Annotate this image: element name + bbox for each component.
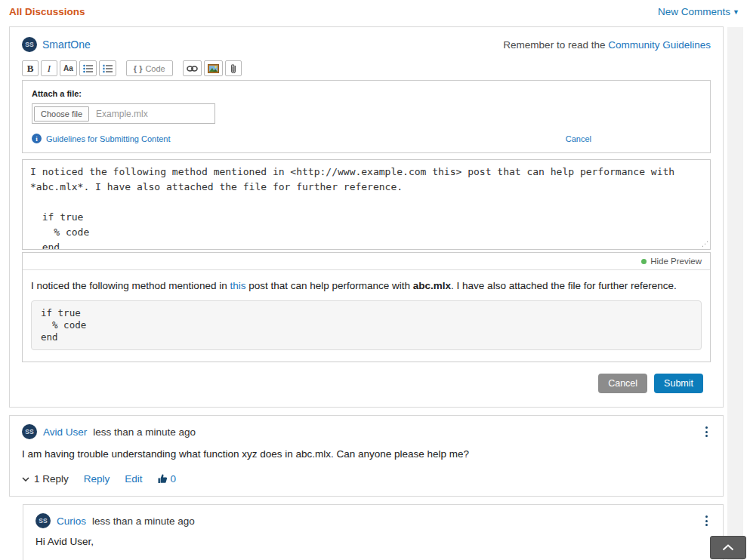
paperclip-icon	[230, 63, 237, 74]
avatar: SS	[35, 513, 51, 528]
comment-footer: 1 Reply Reply Edit 0	[22, 473, 711, 485]
attach-file-button[interactable]	[225, 60, 242, 76]
reply-author-link[interactable]: Curios	[57, 515, 86, 527]
editor-actions: Cancel Submit	[22, 374, 703, 393]
preview-code-block: if true % code end	[31, 300, 702, 350]
info-icon: i	[32, 134, 42, 143]
editor-textarea-wrap: I noticed the following method mentioned…	[22, 159, 711, 250]
formatting-toolbar: B I Aa { }Code	[22, 60, 711, 76]
scrollbar-track[interactable]	[727, 27, 743, 560]
reminder-text: Remember to read the	[503, 39, 608, 51]
preview-paragraph: I noticed the following method mentioned…	[31, 280, 702, 291]
comment-header: SS Avid User less than a minute ago	[22, 424, 711, 439]
chevron-down-icon	[22, 477, 29, 482]
numbered-list-button[interactable]	[99, 60, 116, 76]
submitting-content-guidelines-link[interactable]: Guidelines for Submitting Content	[46, 134, 170, 143]
link-icon	[187, 65, 198, 72]
reply-card: SS Curios less than a minute ago Hi Avid…	[23, 504, 724, 560]
code-braces: { }	[134, 64, 143, 73]
replies-toggle[interactable]: 1 Reply	[22, 473, 69, 485]
italic-button[interactable]: I	[41, 60, 57, 76]
author-name-link[interactable]: SmartOne	[42, 38, 91, 51]
topbar: All Discussions New Comments▼	[0, 0, 750, 22]
bold-button[interactable]: B	[22, 60, 39, 76]
font-style-button[interactable]: Aa	[60, 60, 77, 76]
comment-card: SS Avid User less than a minute ago I am…	[9, 415, 724, 497]
like-button[interactable]: 0	[158, 473, 177, 485]
preview-text: . I have also attached the file for furt…	[451, 280, 677, 291]
preview-body: I noticed the following method mentioned…	[23, 270, 710, 362]
preview-panel: Hide Preview I noticed the following met…	[22, 252, 711, 362]
file-input[interactable]: Choose file Example.mlx	[32, 103, 215, 124]
page-title: All Discussions	[9, 6, 85, 17]
attach-panel-footer: i Guidelines for Submitting Content Canc…	[32, 134, 701, 143]
reply-header: SS Curios less than a minute ago	[35, 513, 711, 528]
editor-author: SS SmartOne	[22, 37, 91, 52]
code-button[interactable]: { }Code	[126, 60, 173, 76]
chevron-up-icon	[722, 544, 734, 551]
comment-author-link[interactable]: Avid User	[43, 426, 87, 438]
scroll-to-top-button[interactable]	[710, 536, 746, 559]
image-icon	[208, 64, 219, 73]
avatar: SS	[22, 424, 37, 439]
avatar: SS	[22, 37, 37, 52]
code-label: Code	[145, 64, 165, 73]
sort-label: New Comments	[658, 6, 730, 17]
image-button[interactable]	[204, 60, 223, 76]
bulleted-list-button[interactable]	[79, 60, 97, 76]
hide-preview-toggle[interactable]: Hide Preview	[650, 257, 702, 266]
resize-handle-icon[interactable]: ⋰	[702, 241, 708, 248]
comment-body: I am having trouble understanding what f…	[22, 448, 711, 460]
attach-file-label: Attach a file:	[32, 89, 701, 98]
guidelines-reminder: Remember to read the Community Guideline…	[503, 39, 711, 51]
reply-timestamp: less than a minute ago	[92, 515, 195, 527]
submit-button[interactable]: Submit	[654, 374, 703, 393]
editor-header: SS SmartOne Remember to read the Communi…	[22, 37, 711, 52]
new-comments-sort-dropdown[interactable]: New Comments▼	[658, 6, 739, 17]
preview-text: post that can help performance with	[245, 280, 412, 291]
comment-options-menu[interactable]	[702, 425, 711, 438]
community-guidelines-link[interactable]: Community Guidelines	[608, 39, 711, 51]
thumbs-up-icon	[158, 474, 168, 484]
preview-header: Hide Preview	[23, 253, 710, 270]
preview-bold-filename: abc.mlx	[413, 280, 451, 291]
edit-link[interactable]: Edit	[125, 473, 142, 485]
numbered-list-icon	[103, 64, 113, 73]
reply-line-1: Hi Avid User,	[35, 536, 711, 547]
choose-file-button[interactable]: Choose file	[34, 106, 89, 122]
preview-status-dot-icon	[641, 259, 647, 264]
reply-options-menu[interactable]	[702, 514, 711, 528]
cancel-button[interactable]: Cancel	[598, 374, 647, 393]
comment-body-textarea[interactable]: I noticed the following method mentioned…	[22, 159, 711, 250]
replies-count-label: 1 Reply	[34, 473, 69, 485]
bulleted-list-icon	[83, 64, 93, 73]
comment-timestamp: less than a minute ago	[93, 426, 196, 438]
attach-file-panel: Attach a file: Choose file Example.mlx i…	[22, 80, 711, 153]
comment-editor-card: SS SmartOne Remember to read the Communi…	[9, 26, 724, 408]
preview-this-link[interactable]: this	[230, 280, 245, 291]
like-count: 0	[171, 473, 177, 485]
attach-cancel-link[interactable]: Cancel	[566, 134, 591, 143]
reply-link[interactable]: Reply	[84, 473, 110, 485]
chevron-down-icon: ▼	[733, 8, 739, 16]
link-button[interactable]	[183, 60, 202, 76]
preview-text: I noticed the following method mentioned…	[31, 280, 230, 291]
file-placeholder: Example.mlx	[96, 109, 148, 119]
